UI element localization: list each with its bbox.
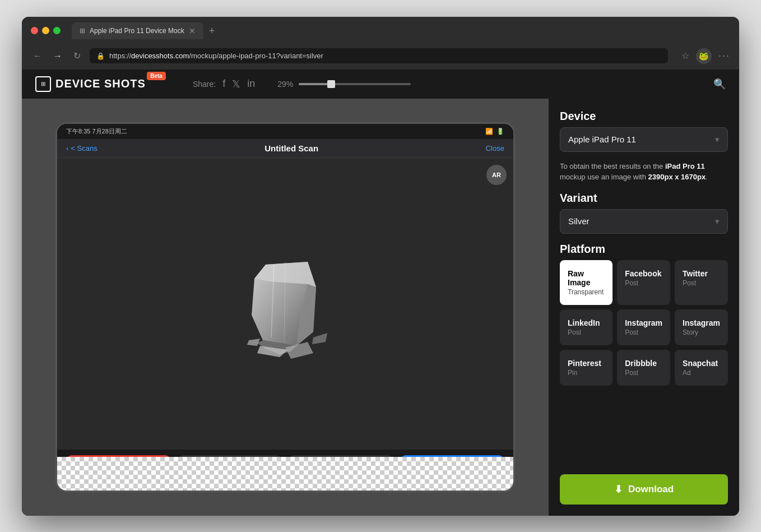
ipad-scan-title: Untitled Scan bbox=[265, 144, 318, 153]
platform-card-snapchat-ad[interactable]: SnapchatAd bbox=[675, 350, 728, 386]
url-prefix: https:// bbox=[109, 52, 131, 60]
zoom-section: 29% bbox=[277, 80, 411, 89]
platform-section: Platform Raw ImageTransparentFacebookPos… bbox=[560, 243, 728, 386]
tab-favicon: ⊞ bbox=[80, 27, 85, 35]
device-section-title: Device bbox=[560, 110, 728, 123]
forward-button[interactable]: → bbox=[51, 49, 64, 63]
platform-card-dribbble-post[interactable]: DribbblePost bbox=[617, 350, 670, 386]
platform-card-sub: Post bbox=[625, 279, 662, 287]
platform-card-title: LinkedIn bbox=[568, 318, 605, 327]
wifi-icon: 📶 bbox=[485, 128, 493, 135]
device-select[interactable]: Apple iPad Pro 11 ▾ bbox=[560, 127, 728, 152]
url-domain: devicesshots.com bbox=[131, 52, 189, 60]
chevron-left-icon: ‹ bbox=[66, 144, 68, 152]
tabs-row: ⊞ Apple iPad Pro 11 Device Mock ✕ + bbox=[72, 22, 219, 39]
platform-section-title: Platform bbox=[560, 243, 728, 256]
linkedin-icon[interactable]: in bbox=[247, 78, 255, 90]
variant-section: Variant Silver ▾ bbox=[560, 192, 728, 234]
scan-svg bbox=[235, 242, 336, 366]
address-field[interactable]: 🔒 https://devicesshots.com/mockup/apple-… bbox=[90, 48, 668, 63]
content-area: 下午8:35 7月28日周二 📶 🔋 ‹ < Scans bbox=[22, 99, 739, 516]
platform-card-facebook-post[interactable]: FacebookPost bbox=[617, 260, 670, 305]
more-button[interactable]: ··· bbox=[718, 50, 730, 62]
zoom-thumb bbox=[327, 80, 335, 88]
platform-card-title: Snapchat bbox=[683, 359, 720, 368]
platform-grid: Raw ImageTransparentFacebookPostTwitterP… bbox=[560, 260, 728, 386]
platform-card-title: Pinterest bbox=[568, 359, 605, 368]
ipad-back-button[interactable]: ‹ < Scans bbox=[66, 144, 98, 152]
platform-card-title: Facebook bbox=[625, 269, 662, 278]
reload-button[interactable]: ↻ bbox=[71, 48, 83, 63]
back-button[interactable]: ← bbox=[31, 49, 44, 63]
variant-chevron-icon: ▾ bbox=[715, 216, 720, 226]
platform-card-title: Twitter bbox=[683, 269, 720, 278]
platform-card-title: Instagram bbox=[683, 318, 720, 327]
platform-card-pinterest-pin[interactable]: PinterestPin bbox=[560, 350, 612, 386]
ar-button[interactable]: AR bbox=[486, 165, 507, 185]
close-traffic-light[interactable] bbox=[31, 27, 38, 34]
zoom-fill bbox=[299, 83, 331, 85]
platform-card-title: Dribbble bbox=[625, 359, 662, 368]
main-content: ⊞ DEVICE SHOTS Beta Share: f 𝕏 in 29% 🔍 bbox=[22, 70, 739, 516]
platform-card-sub: Post bbox=[683, 279, 720, 287]
platform-card-raw-image-transparent[interactable]: Raw ImageTransparent bbox=[560, 260, 612, 305]
svg-marker-9 bbox=[312, 333, 327, 344]
ipad-navbar: ‹ < Scans Untitled Scan Close bbox=[57, 139, 513, 158]
svg-marker-8 bbox=[247, 339, 260, 346]
platform-card-sub: Pin bbox=[568, 369, 605, 377]
browser-window: ⊞ Apple iPad Pro 11 Device Mock ✕ + ← → … bbox=[22, 17, 739, 516]
platform-card-sub: Transparent bbox=[568, 288, 605, 296]
traffic-lights bbox=[31, 27, 61, 34]
new-tab-button[interactable]: + bbox=[205, 23, 220, 39]
battery-icon: 🔋 bbox=[496, 128, 504, 135]
ipad-close-button[interactable]: Close bbox=[486, 144, 504, 152]
ipad-mockup: 下午8:35 7月28日周二 📶 🔋 ‹ < Scans bbox=[55, 122, 515, 492]
address-bar: ← → ↻ 🔒 https://devicesshots.com/mockup/… bbox=[22, 44, 739, 70]
right-panel: Device Apple iPad Pro 11 ▾ To obtain the… bbox=[549, 99, 739, 516]
zoom-slider[interactable] bbox=[299, 83, 411, 85]
minimize-traffic-light[interactable] bbox=[42, 27, 49, 34]
ipad-time: 下午8:35 7月28日周二 bbox=[66, 127, 127, 136]
platform-card-title: Instagram bbox=[625, 318, 662, 327]
platform-card-instagram-story[interactable]: InstagramStory bbox=[675, 309, 728, 345]
ipad-status-icons: 📶 🔋 bbox=[485, 128, 504, 135]
share-label: Share: bbox=[193, 80, 216, 89]
zoom-percentage: 29% bbox=[277, 80, 293, 89]
logo-text: DEVICE SHOTS bbox=[55, 77, 146, 90]
logo-icon: ⊞ bbox=[35, 76, 51, 92]
scan-object bbox=[235, 242, 336, 366]
platform-card-sub: Ad bbox=[683, 369, 720, 377]
logo-area: ⊞ DEVICE SHOTS Beta bbox=[35, 76, 146, 92]
tab-title: Apple iPad Pro 11 Device Mock bbox=[90, 27, 184, 35]
device-value: Apple iPad Pro 11 bbox=[568, 135, 636, 144]
url-path: /mockup/apple-ipad-pro-11?variant=silver bbox=[189, 52, 323, 60]
facebook-icon[interactable]: f bbox=[222, 78, 225, 90]
transparency-area bbox=[57, 457, 513, 491]
active-tab[interactable]: ⊞ Apple iPad Pro 11 Device Mock ✕ bbox=[72, 22, 203, 39]
download-icon: ⬇ bbox=[614, 483, 623, 496]
search-button[interactable]: 🔍 bbox=[713, 78, 726, 90]
platform-card-instagram-post[interactable]: InstagramPost bbox=[617, 309, 670, 345]
url-text: https://devicesshots.com/mockup/apple-ip… bbox=[109, 52, 323, 60]
mockup-panel: 下午8:35 7月28日周二 📶 🔋 ‹ < Scans bbox=[22, 99, 549, 516]
share-section: Share: f 𝕏 in bbox=[193, 78, 255, 90]
maximize-traffic-light[interactable] bbox=[53, 27, 61, 34]
platform-card-sub: Post bbox=[568, 329, 605, 336]
title-bar: ⊞ Apple iPad Pro 11 Device Mock ✕ + bbox=[22, 17, 739, 44]
twitter-icon[interactable]: 𝕏 bbox=[232, 78, 240, 90]
ipad-statusbar: 下午8:35 7月28日周二 📶 🔋 bbox=[57, 124, 513, 139]
bookmark-button[interactable]: ☆ bbox=[681, 50, 689, 61]
platform-card-title: Raw Image bbox=[568, 269, 605, 287]
platform-card-linkedin-post[interactable]: LinkedInPost bbox=[560, 309, 612, 345]
platform-card-sub: Post bbox=[625, 369, 662, 377]
lock-icon: 🔒 bbox=[96, 52, 105, 60]
ipad-main-area: AR bbox=[57, 158, 513, 450]
download-button[interactable]: ⬇ Download bbox=[560, 474, 728, 505]
extension-button[interactable]: 🐸 bbox=[696, 48, 712, 64]
app-header: ⊞ DEVICE SHOTS Beta Share: f 𝕏 in 29% 🔍 bbox=[22, 70, 739, 99]
tab-close-button[interactable]: ✕ bbox=[189, 26, 196, 35]
platform-card-sub: Story bbox=[683, 329, 720, 336]
download-label: Download bbox=[628, 484, 674, 495]
platform-card-twitter-post[interactable]: TwitterPost bbox=[675, 260, 728, 305]
variant-select[interactable]: Silver ▾ bbox=[560, 209, 728, 234]
